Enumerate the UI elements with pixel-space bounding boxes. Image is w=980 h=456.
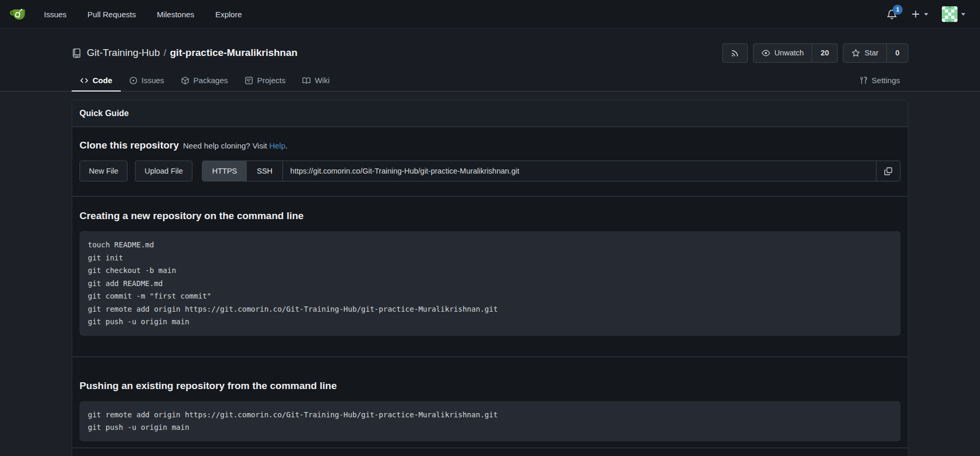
star-button[interactable]: Star xyxy=(844,44,886,62)
unwatch-label: Unwatch xyxy=(774,49,804,57)
repo-owner-link[interactable]: Git-Training-Hub xyxy=(87,47,160,58)
user-menu[interactable] xyxy=(942,6,965,22)
gitea-logo-icon[interactable] xyxy=(9,6,26,22)
book-icon xyxy=(302,76,311,85)
clone-hint: Need help cloning? Visit xyxy=(183,141,267,150)
upload-file-button[interactable]: Upload File xyxy=(135,161,192,181)
tab-settings[interactable]: Settings xyxy=(851,70,908,91)
watchers-count[interactable]: 20 xyxy=(812,44,837,62)
tab-projects-label: Projects xyxy=(257,76,286,85)
repo-icon xyxy=(72,48,82,58)
tab-issues-label: Issues xyxy=(142,76,164,85)
chevron-down-icon xyxy=(961,13,965,16)
create-new-dropdown[interactable] xyxy=(911,9,928,19)
watch-button-group: Unwatch 20 xyxy=(753,43,838,63)
repo-title-separator: / xyxy=(164,47,166,58)
clone-url-group: HTTPS SSH xyxy=(202,161,901,181)
repo-header: Git-Training-Hub/git-practice-Muralikris… xyxy=(0,29,980,92)
notification-count-badge: 1 xyxy=(893,5,903,15)
rss-icon xyxy=(723,44,747,62)
navbar-item-issues[interactable]: Issues xyxy=(33,0,77,28)
clone-intro: Clone this repositoryNeed help cloning? … xyxy=(79,127,901,151)
help-link[interactable]: Help xyxy=(269,141,286,150)
https-toggle[interactable]: HTTPS xyxy=(202,161,247,181)
copy-url-button[interactable] xyxy=(876,161,900,181)
tab-code-label: Code xyxy=(93,76,112,85)
plus-icon xyxy=(911,9,920,19)
navbar-links: Issues Pull Requests Milestones Explore xyxy=(33,0,252,28)
star-label: Star xyxy=(864,49,879,57)
ssh-toggle[interactable]: SSH xyxy=(247,161,283,181)
repo-name-link[interactable]: git-practice-Muralikrishnan xyxy=(170,47,298,58)
top-navbar: Issues Pull Requests Milestones Explore … xyxy=(0,0,980,29)
clone-hint-period: . xyxy=(286,141,288,150)
code-icon xyxy=(80,76,88,85)
tab-wiki-label: Wiki xyxy=(315,76,329,85)
tab-packages[interactable]: Packages xyxy=(173,70,236,91)
navbar-item-pull-requests[interactable]: Pull Requests xyxy=(77,0,146,28)
star-button-group: Star 0 xyxy=(843,43,908,63)
issue-icon xyxy=(129,76,138,85)
rss-button[interactable] xyxy=(722,43,748,63)
tools-icon xyxy=(859,76,868,85)
create-repo-heading: Creating a new repository on the command… xyxy=(79,210,901,222)
push-existing-heading: Pushing an existing repository from the … xyxy=(79,380,901,392)
navbar-item-milestones[interactable]: Milestones xyxy=(146,0,205,28)
clone-url-input[interactable] xyxy=(283,161,876,181)
clone-heading: Clone this repository xyxy=(79,140,179,151)
navbar-item-explore[interactable]: Explore xyxy=(205,0,253,28)
copy-icon xyxy=(884,167,893,176)
create-repo-section: Creating a new repository on the command… xyxy=(72,197,908,357)
tab-projects[interactable]: Projects xyxy=(236,70,294,91)
eye-icon xyxy=(761,49,770,58)
quick-guide-panel: Quick Guide Clone this repositoryNeed he… xyxy=(72,100,908,456)
push-existing-section: Pushing an existing repository from the … xyxy=(72,357,908,448)
package-icon xyxy=(181,76,189,85)
tab-packages-label: Packages xyxy=(193,76,228,85)
project-icon xyxy=(245,76,253,85)
unwatch-button[interactable]: Unwatch xyxy=(754,44,812,62)
repo-title: Git-Training-Hub/git-practice-Muralikris… xyxy=(87,47,298,59)
tab-issues[interactable]: Issues xyxy=(121,70,173,91)
star-icon xyxy=(851,49,860,58)
chevron-down-icon xyxy=(924,13,928,16)
tab-wiki[interactable]: Wiki xyxy=(294,70,338,91)
new-file-button[interactable]: New File xyxy=(79,161,128,181)
avatar xyxy=(942,6,958,22)
section-divider xyxy=(72,448,908,448)
tab-settings-label: Settings xyxy=(872,76,900,85)
create-repo-code-block[interactable]: touch README.md git init git checkout -b… xyxy=(79,231,901,336)
push-existing-code-block[interactable]: git remote add origin https://git.comori… xyxy=(79,401,901,441)
repo-tabs: Code Issues Packages xyxy=(72,70,908,91)
tab-code[interactable]: Code xyxy=(72,70,121,91)
panel-title: Quick Guide xyxy=(72,100,908,127)
stars-count[interactable]: 0 xyxy=(886,44,908,62)
notifications-button[interactable]: 1 xyxy=(886,9,897,20)
